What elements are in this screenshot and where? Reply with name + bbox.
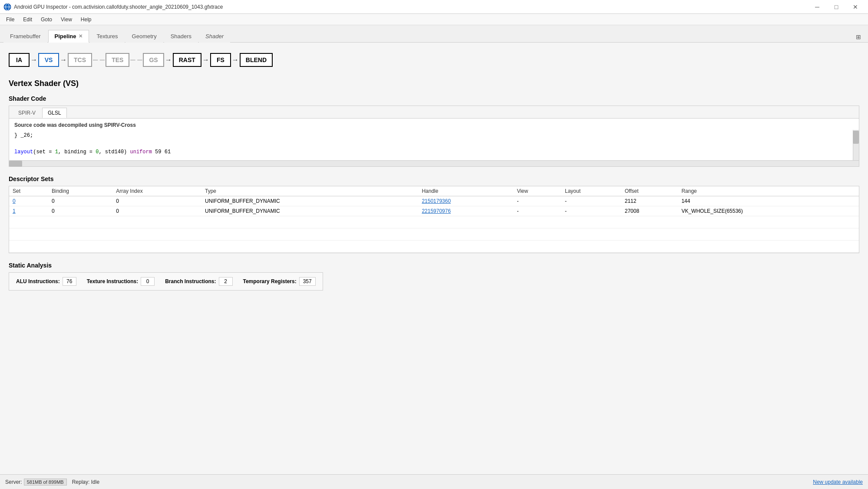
- tab-pipeline[interactable]: Pipeline ✕: [48, 30, 89, 43]
- cell-view-0: -: [513, 196, 561, 206]
- table-row: 0 0 0 UNIFORM_BUFFER_DYNAMIC 2150179360 …: [9, 196, 859, 206]
- scrollbar-h[interactable]: [9, 160, 859, 166]
- cell-range-0: 144: [678, 196, 859, 206]
- sa-branch: Branch Instructions: 2: [165, 277, 232, 286]
- descriptor-sets-table: Set Binding Array Index Type Handle View…: [9, 186, 859, 253]
- table-row-empty-3: [9, 240, 859, 252]
- update-link[interactable]: New update available: [813, 479, 863, 485]
- scroll-thumb-h[interactable]: [9, 161, 22, 167]
- col-offset: Offset: [621, 186, 678, 196]
- set-link-0[interactable]: 0: [13, 198, 16, 204]
- sa-alu-label: ALU Instructions:: [16, 278, 60, 284]
- shader-code-container: SPIR-V GLSL Source code was decompiled u…: [9, 106, 859, 167]
- sa-branch-value: 2: [219, 277, 233, 286]
- sa-tempreg-value: 357: [299, 277, 316, 286]
- pipeline-node-tes[interactable]: TES: [106, 53, 129, 67]
- col-set: Set: [9, 186, 48, 196]
- cell-type-0: UNIFORM_BUFFER_DYNAMIC: [201, 196, 418, 206]
- cell-array-0: 0: [112, 196, 201, 206]
- code-notice: Source code was decompiled using SPIRV-C…: [9, 119, 859, 130]
- cell-set-0: 0: [9, 196, 48, 206]
- menu-file[interactable]: File: [2, 16, 19, 23]
- cell-handle-1: 2215970976: [418, 206, 513, 216]
- pipeline-node-vs[interactable]: VS: [38, 53, 59, 67]
- scrollbar-v[interactable]: [853, 130, 859, 160]
- tab-shaders[interactable]: Shaders: [164, 30, 198, 43]
- pipeline-node-gs[interactable]: GS: [143, 53, 164, 67]
- tab-geometry[interactable]: Geometry: [125, 30, 163, 43]
- sa-alu: ALU Instructions: 76: [16, 277, 76, 286]
- static-analysis-title: Static Analysis: [9, 262, 859, 269]
- pipeline-node-fs[interactable]: FS: [210, 53, 231, 67]
- tabs-bar: Framebuffer Pipeline ✕ Textures Geometry…: [0, 25, 868, 43]
- tab-textures[interactable]: Textures: [90, 30, 124, 43]
- col-binding: Binding: [48, 186, 112, 196]
- main-content: IA → VS → TCS ─ ─ TES ─ ─ GS → RAST → FS…: [0, 43, 868, 474]
- minimize-button[interactable]: ─: [808, 1, 826, 13]
- menu-help[interactable]: Help: [76, 16, 96, 23]
- handle-link-1[interactable]: 2215970976: [422, 208, 451, 214]
- table-row: 1 0 0 UNIFORM_BUFFER_DYNAMIC 2215970976 …: [9, 206, 859, 216]
- col-handle: Handle: [418, 186, 513, 196]
- descriptor-sets-title: Descriptor Sets: [9, 175, 859, 182]
- cell-view-1: -: [513, 206, 561, 216]
- cell-type-1: UNIFORM_BUFFER_DYNAMIC: [201, 206, 418, 216]
- cell-array-1: 0: [112, 206, 201, 216]
- maximize-button[interactable]: □: [827, 1, 845, 13]
- arrow-5: →: [165, 56, 172, 64]
- sa-texture-label: Texture Instructions:: [87, 278, 138, 284]
- pipeline-node-blend[interactable]: BLEND: [240, 53, 273, 67]
- replay-status: Replay: Idle: [72, 479, 99, 485]
- col-type: Type: [201, 186, 418, 196]
- arrow-2: →: [60, 56, 67, 64]
- static-analysis-box: ALU Instructions: 76 Texture Instruction…: [9, 272, 323, 291]
- status-bar: Server: 581MB of 899MB Replay: Idle New …: [0, 474, 868, 489]
- tab-shader[interactable]: Shader: [199, 30, 230, 43]
- menu-bar: File Edit Goto View Help: [0, 14, 868, 25]
- sa-branch-label: Branch Instructions:: [165, 278, 216, 284]
- col-range: Range: [678, 186, 859, 196]
- code-content[interactable]: } _26; layout(set = 1, binding = 0, std1…: [9, 130, 859, 160]
- cell-handle-0: 2150179360: [418, 196, 513, 206]
- table-row-empty-2: [9, 228, 859, 240]
- sa-texture-value: 0: [141, 277, 155, 286]
- menu-view[interactable]: View: [56, 16, 76, 23]
- arrow-7: →: [232, 56, 239, 64]
- tab-pipeline-close[interactable]: ✕: [79, 33, 83, 39]
- menu-edit[interactable]: Edit: [19, 16, 36, 23]
- cell-binding-0: 0: [48, 196, 112, 206]
- pipeline-node-rast[interactable]: RAST: [173, 53, 201, 67]
- arrow-4: ─ ─: [130, 56, 142, 64]
- descriptor-sets: Set Binding Array Index Type Handle View…: [9, 186, 859, 253]
- cell-binding-1: 0: [48, 206, 112, 216]
- pipeline-diagram: IA → VS → TCS ─ ─ TES ─ ─ GS → RAST → FS…: [9, 50, 859, 70]
- col-view: View: [513, 186, 561, 196]
- code-tabs: SPIR-V GLSL: [9, 106, 859, 119]
- cell-range-1: VK_WHOLE_SIZE(65536): [678, 206, 859, 216]
- cell-offset-0: 2112: [621, 196, 678, 206]
- close-button[interactable]: ✕: [846, 1, 865, 13]
- tab-expand-button[interactable]: ⊞: [852, 32, 865, 42]
- status-left: Server: 581MB of 899MB Replay: Idle: [5, 479, 99, 486]
- set-link-1[interactable]: 1: [13, 208, 16, 214]
- code-tab-spirv[interactable]: SPIR-V: [13, 108, 41, 118]
- col-array-index: Array Index: [112, 186, 201, 196]
- code-tab-glsl[interactable]: GLSL: [42, 108, 67, 118]
- sa-tempreg: Temporary Registers: 357: [243, 277, 316, 286]
- code-line-2: [14, 140, 850, 148]
- sa-tempreg-label: Temporary Registers:: [243, 278, 297, 284]
- table-header-row: Set Binding Array Index Type Handle View…: [9, 186, 859, 196]
- cell-offset-1: 27008: [621, 206, 678, 216]
- status-server: Server: 581MB of 899MB: [5, 479, 67, 486]
- sa-texture: Texture Instructions: 0: [87, 277, 155, 286]
- menu-goto[interactable]: Goto: [36, 16, 56, 23]
- vertex-shader-title: Vertex Shader (VS): [9, 79, 859, 88]
- scroll-thumb-v[interactable]: [853, 131, 859, 144]
- tab-framebuffer[interactable]: Framebuffer: [3, 30, 47, 43]
- cell-layout-1: -: [561, 206, 621, 216]
- handle-link-0[interactable]: 2150179360: [422, 198, 451, 204]
- title-bar-controls: ─ □ ✕: [808, 1, 865, 13]
- col-layout: Layout: [561, 186, 621, 196]
- pipeline-node-ia[interactable]: IA: [9, 53, 30, 67]
- pipeline-node-tcs[interactable]: TCS: [68, 53, 92, 67]
